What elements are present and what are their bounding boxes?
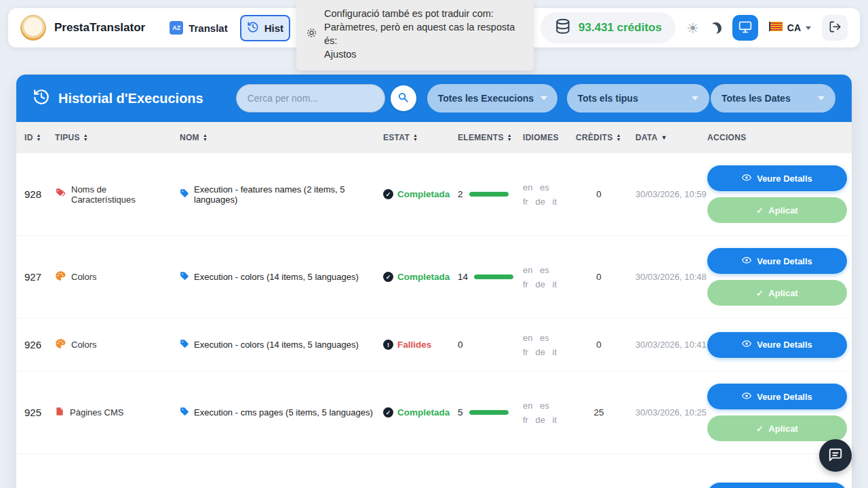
header-data[interactable]: DATA [635,133,707,142]
credits-cell: 0 [576,272,635,282]
status-badge: Fallides [383,340,458,350]
sun-icon: ☀ [686,21,699,35]
type-label: Noms de Característiques [71,184,173,205]
applied-button[interactable]: Aplicat [707,415,847,441]
eye-icon [742,256,751,267]
executions-panel: Historial d'Execucions Totes les Execuci… [16,75,852,488]
execution-name: Execution - features names (2 items, 5 l… [180,184,383,205]
check-icon [756,424,763,434]
table-header-row: ID TIPUS NOM ESTAT ELEMENTS IDIOMES CRÈD… [16,122,852,153]
applied-button[interactable]: Aplicat [707,197,847,223]
chevron-down-icon [818,96,825,100]
elements-count: 5 [458,407,463,418]
tags-icon [55,188,66,201]
sort-icon [507,134,512,142]
status-label: Completada [397,189,450,199]
table-row: 925 Pàgines CMS Execution - cms pages (5… [16,371,852,454]
status-label: Completada [397,407,450,418]
status-badge: Completada [383,272,458,282]
view-details-button[interactable]: Veure Detalls [707,165,847,191]
nav-item-history[interactable]: Hist [240,15,290,41]
search-button[interactable] [391,85,416,111]
view-details-button[interactable]: Veure Detalls [707,384,847,409]
translate-icon: AZ [170,21,183,35]
sort-icon [413,134,418,142]
progress-bar [469,410,509,415]
view-details-button[interactable]: Veure Detalls [707,248,847,274]
brand-logo-icon [20,15,46,41]
language-selector[interactable]: CA [769,22,811,34]
check-icon [756,288,763,298]
check-circle-icon [383,407,393,418]
credits-cell: 0 [576,340,635,350]
progress-bar [469,192,509,197]
execution-id: 928 [24,188,55,200]
nav-item-translate[interactable]: AZ Translat [163,15,235,41]
brand-name: PrestaTranslator [54,21,145,35]
table-row: 926 Colors Execution - colors (14 items,… [16,319,852,371]
theme-system-button[interactable] [732,15,758,41]
check-icon [756,205,763,216]
table-row: 927 Colors Execution - colors (14 items,… [16,236,852,319]
execution-name: Execution - colors (14 items, 5 language… [180,339,383,350]
execution-type: Colors [55,270,180,283]
header-tipus[interactable]: TIPUS [55,133,180,142]
status-label: Fallides [397,340,431,350]
date-cell: 30/03/2026, 10:48 [635,272,707,282]
palette-icon [55,338,66,351]
sort-icon [616,134,621,142]
chat-fab-button[interactable] [819,439,852,472]
filter-types[interactable]: Tots els tipus [567,84,709,113]
filter-label: Totes les Dates [722,93,791,104]
type-label: Pàgines CMS [70,407,123,418]
coin-stack-icon [554,18,572,38]
filter-label: Tots els tipus [578,93,638,104]
header-nom[interactable]: NOM [180,133,383,142]
eye-icon [742,339,751,350]
header-id[interactable]: ID [24,133,55,142]
credits-cell: 0 [576,189,635,199]
monitor-icon [738,20,752,36]
status-label: Completada [397,272,450,282]
applied-button[interactable]: Aplicat [707,280,847,306]
theme-dark-button[interactable] [710,22,722,34]
search-input[interactable] [236,84,385,113]
elements-count: 2 [458,189,463,199]
header-estat[interactable]: ESTAT [383,133,458,142]
filter-label: Totes les Execucions [438,93,534,104]
sign-out-icon [829,20,842,35]
type-label: Colors [71,340,97,350]
actions-cell: Veure Detalls [707,483,852,488]
eye-icon [742,173,751,184]
check-circle-icon [383,272,393,282]
execution-type: Colors [55,338,180,351]
exclamation-circle-icon [383,340,393,350]
header-idiomes: IDIOMES [523,133,576,142]
date-cell: 30/03/2026, 10:59 [635,189,707,199]
execution-name: Execution - cms pages (5 items, 5 langua… [180,407,383,418]
execution-type: Pàgines CMS [55,406,180,419]
languages-cell: en es fr de it [523,180,576,209]
filter-executions[interactable]: Totes les Execucions [427,84,557,113]
actions-cell: Veure Detalls Aplicat [707,384,852,441]
check-circle-icon [383,189,393,199]
elements-cell: 0 [458,340,523,350]
table-row: en es Veure Detalls [16,454,852,488]
navbar-right: 93.431 créditos ☀ CA [540,12,848,43]
view-details-button[interactable]: Veure Detalls [707,332,847,358]
history-icon [247,21,259,35]
page-title: Historial d'Execucions [58,91,203,106]
nav-item-label: Hist [264,22,283,34]
theme-light-button[interactable]: ☀ [686,21,699,35]
sign-out-button[interactable] [822,15,848,41]
header-credits[interactable]: CRÈDITS [576,133,635,142]
header-elements[interactable]: ELEMENTS [458,133,523,142]
execution-id: 927 [24,271,55,283]
actions-cell: Veure Detalls Aplicat [707,248,852,306]
brand: PrestaTranslator [20,15,145,41]
file-icon [55,406,64,419]
view-details-button[interactable]: Veure Detalls [707,483,847,488]
date-cell: 30/03/2026, 10:41 [635,340,707,350]
name-label: Execution - colors (14 items, 5 language… [194,340,359,350]
filter-dates[interactable]: Totes les Dates [711,84,835,113]
